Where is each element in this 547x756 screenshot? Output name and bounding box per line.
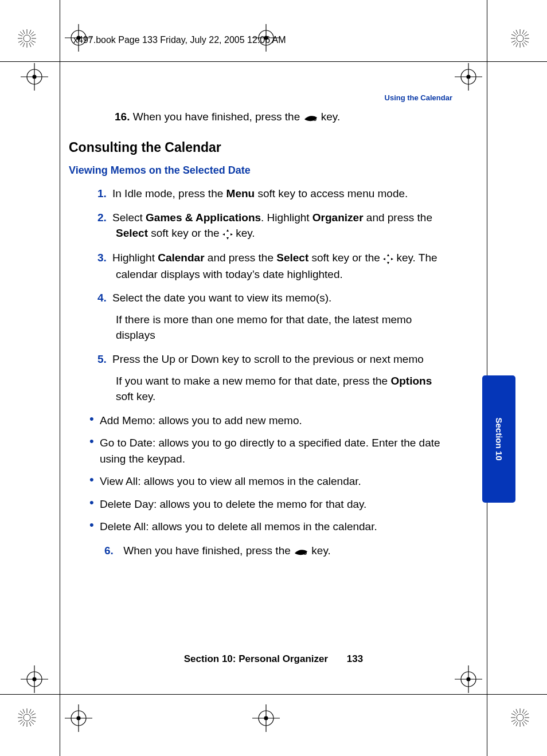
step-text: Select the date you want to view its mem… (112, 292, 331, 304)
step-subtext: If there is more than one memo for that … (116, 312, 452, 343)
step-16: 16. When you have finished, press the ke… (115, 109, 452, 126)
bold-term: Calendar (158, 252, 204, 264)
register-mark-icon (510, 708, 530, 727)
step-6: 6. When you have finished, press the key… (124, 543, 452, 559)
bold-term: Games & Applications (146, 211, 261, 224)
step-text: Select Games & Applications. Highlight O… (112, 211, 432, 240)
meta-line: x497.book Page 133 Friday, July 22, 2005… (73, 33, 286, 46)
list-item: View All: allows you to view all memos i… (89, 473, 452, 489)
step-number: 16. (115, 111, 130, 123)
page-number: 133 (347, 653, 363, 664)
step: 4.Select the date you want to view its m… (116, 290, 452, 343)
register-mark-icon (510, 29, 530, 48)
end-key-icon (294, 543, 308, 559)
register-mark-icon (17, 29, 37, 48)
step: 1.In Idle mode, press the Menu soft key … (116, 186, 452, 202)
step-text: Highlight Calendar and press the Select … (112, 252, 437, 280)
step-number: 4. (97, 290, 112, 306)
crosshair-icon (455, 665, 482, 693)
page-body: 16. When you have finished, press the ke… (69, 109, 452, 559)
nav-key-icon (222, 226, 233, 242)
step-text: When you have finished, press the (133, 111, 303, 123)
list-item: Add Memo: allows you to add new memo. (89, 413, 452, 429)
list-item: Go to Date: allows you to go directly to… (89, 435, 452, 467)
step-text: When you have finished, press the (123, 545, 294, 557)
crop-line (60, 0, 60, 756)
register-mark-icon (17, 708, 37, 727)
step-number: 6. (104, 543, 120, 559)
section-title: Consulting the Calendar (69, 138, 452, 157)
crosshair-icon (455, 63, 482, 91)
crop-line (0, 61, 547, 62)
bold-term: Select (116, 227, 148, 239)
crop-line (0, 694, 547, 695)
section-tab-label: Section 10 (493, 417, 505, 460)
section-tab: Section 10 (482, 375, 515, 503)
ordered-steps: 1.In Idle mode, press the Menu soft key … (116, 186, 452, 404)
step-subtext: If you want to make a new memo for that … (116, 373, 452, 405)
footer-label: Section 10: Personal Organizer (184, 653, 328, 664)
step: 5.Press the Up or Down key to scroll to … (116, 351, 452, 405)
bullet-list: Add Memo: allows you to add new memo.Go … (89, 413, 452, 535)
bold-term: Select (276, 252, 308, 264)
end-key-icon (303, 109, 318, 126)
step-text: In Idle mode, press the Menu soft key to… (112, 187, 408, 199)
step-number: 1. (97, 186, 112, 202)
crosshair-icon (21, 665, 48, 693)
step: 3.Highlight Calendar and press the Selec… (116, 250, 452, 282)
step-text: key. (321, 111, 340, 123)
step-number: 2. (97, 210, 112, 226)
running-header: Using the Calendar (385, 93, 452, 104)
crosshair-icon (252, 704, 280, 732)
list-item: Delete Day: allows you to delete the mem… (89, 496, 452, 512)
bold-term: Options (390, 375, 432, 387)
step-text: key. (311, 545, 330, 557)
bold-term: Menu (226, 187, 255, 199)
step-number: 5. (97, 351, 112, 367)
list-item: Delete All: allows you to delete all mem… (89, 519, 452, 535)
page-footer: Section 10: Personal Organizer 133 (0, 652, 547, 667)
crosshair-icon (21, 63, 48, 91)
nav-key-icon (383, 250, 393, 267)
step-text: Press the Up or Down key to scroll to th… (112, 353, 424, 365)
section-subhead: Viewing Memos on the Selected Date (69, 163, 452, 178)
step-number: 3. (97, 250, 112, 266)
step: 2.Select Games & Applications. Highlight… (116, 210, 452, 242)
crosshair-icon (65, 704, 92, 732)
bold-term: Organizer (312, 211, 364, 224)
